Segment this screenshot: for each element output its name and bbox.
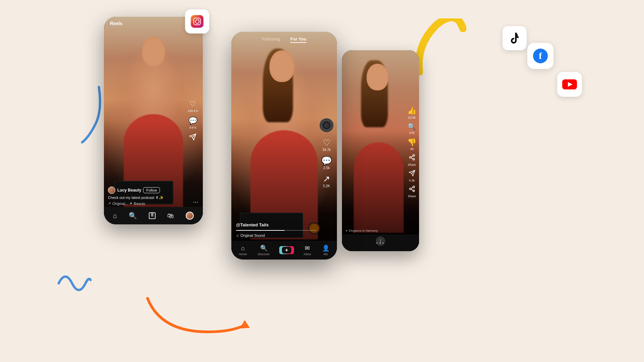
facebook-logo-icon: f [533, 49, 548, 63]
tt3-dislike-icon[interactable]: 👎 [407, 138, 416, 147]
svg-point-12 [409, 188, 411, 190]
tt3-share-icon[interactable] [409, 154, 415, 162]
tt-nav-home[interactable]: ⌂ Home [239, 245, 247, 256]
orange-arrow-decoration [141, 292, 255, 339]
tt3-like-icon[interactable]: 👍 [407, 106, 416, 115]
svg-point-4 [413, 155, 414, 156]
tt-share-icon[interactable]: ↗ [323, 174, 330, 184]
tt-add-button[interactable]: + [281, 246, 293, 254]
instagram-phone: Reels ♡ 120.4 K 💬 9.6 K Lucy Beauty Foll… [104, 17, 203, 224]
tt3-share2-icon[interactable] [409, 186, 415, 194]
tt3-share-label: Share [408, 163, 416, 166]
tt-home-icon: ⌂ [241, 245, 245, 252]
ig-more-button[interactable]: ··· [193, 199, 198, 206]
ig-video-info: Lucy Beauty Follow Check out my latest p… [108, 187, 186, 206]
instagram-logo-icon [191, 15, 203, 28]
tt-comment-icon[interactable]: 💬 [321, 156, 332, 166]
ig-comment-icon[interactable]: 💬 [188, 117, 197, 125]
tt-header-tabs: Following For You [231, 37, 337, 43]
ig-tag-dot: ✦ [129, 201, 132, 206]
tt-inbox-icon: ✉ [305, 244, 310, 252]
instagram-platform-icon [185, 9, 209, 33]
tt-inbox-label: Inbox [304, 252, 311, 256]
ig-reels-header: Reels [110, 21, 122, 26]
tt-progress-fill [236, 230, 285, 231]
ig-tag1: Original... [112, 202, 128, 206]
tiktok-center-phone: Following For You ♡ 34.7k 💬 2.5k ↗ 5.2K … [231, 32, 337, 260]
tiktok-logo-icon [509, 32, 521, 44]
tt-video-info: @Talented Tails ♫ Original Sound [236, 222, 317, 237]
svg-line-14 [411, 189, 413, 190]
ig-share-icon[interactable] [189, 133, 196, 143]
ig-nav-reels-icon[interactable] [149, 212, 156, 219]
tt3-send-count: 5.3k [409, 179, 415, 182]
ig-tags: ↗ Original... ✦ Beauty [108, 201, 186, 206]
youtube-logo-icon [562, 79, 577, 89]
tt-progress-bar [236, 230, 317, 231]
tt3-comment-count: 678 [409, 131, 414, 135]
tt-nav-me[interactable]: 👤 Me [322, 244, 330, 256]
tt-me-label: Me [324, 252, 328, 256]
tt-bottom-nav: ⌂ Home 🔍 Discover + ✉ Inbox 👤 Me [231, 241, 337, 260]
tiktok-right-phone: 👍 10.5K 🔍 678 👎 48 Share 5.3k [342, 50, 419, 251]
tt-sound-row: ♫ Original Sound [236, 233, 317, 237]
svg-line-8 [411, 156, 413, 157]
blue-squiggle-decoration [55, 267, 92, 297]
tt-nav-inbox[interactable]: ✉ Inbox [304, 244, 311, 256]
svg-line-15 [411, 187, 413, 188]
ig-actions-panel: ♡ 120.4 K 💬 9.6 K [188, 100, 198, 143]
tt-like-count: 34.7k [323, 148, 331, 152]
ig-nav-home-icon[interactable]: ⌂ [113, 212, 117, 220]
tt3-bottom-info: ✦ Elegance In Harmony [345, 229, 416, 232]
facebook-platform-icon: f [527, 43, 553, 69]
ig-username: Lucy Beauty [117, 188, 141, 193]
tt-vinyl-disc [319, 118, 334, 132]
tt-share-count: 5.2K [323, 184, 330, 188]
svg-point-13 [413, 190, 414, 192]
tt3-watermark: ✦ Elegance In Harmony [345, 229, 378, 232]
svg-point-11 [413, 186, 414, 188]
tt3-like-count: 10.5K [408, 116, 416, 119]
tt-tab-following[interactable]: Following [262, 37, 280, 43]
ig-tag2: Beauty [134, 202, 145, 206]
tt-right-actions: ♡ 34.7k 💬 2.5k ↗ 5.2K [319, 118, 334, 191]
ig-user-row: Lucy Beauty Follow [108, 187, 186, 194]
tt3-send-icon[interactable] [409, 170, 415, 178]
youtube-platform-icon [557, 72, 582, 97]
svg-line-7 [411, 158, 413, 159]
tt3-more-button[interactable]: ⋮ [376, 236, 385, 246]
svg-point-5 [409, 157, 411, 158]
ig-tag-arrow: ↗ [108, 201, 111, 206]
tt-note-icon: ♫ [236, 233, 239, 237]
ig-caption: Check out my latest podcast 🎙✨ [108, 196, 186, 200]
tt-home-label: Home [239, 252, 247, 256]
tt-discover-icon: 🔍 [260, 244, 268, 252]
tt-like-icon[interactable]: ♡ [323, 138, 331, 148]
blue-hook-decoration [75, 84, 106, 147]
ig-nav-shop-icon[interactable]: 🛍 [167, 212, 174, 220]
tt-me-icon: 👤 [322, 244, 330, 252]
ig-nav-search-icon[interactable]: 🔍 [129, 212, 137, 220]
svg-point-6 [413, 158, 414, 160]
ig-bottom-nav: ⌂ 🔍 🛍 [104, 207, 203, 224]
ig-nav-profile-icon[interactable] [186, 212, 194, 220]
tt-handle: @Talented Tails [236, 222, 317, 227]
tt-nav-add[interactable]: + [281, 246, 293, 254]
tt-sound-label: Original Sound [240, 233, 265, 237]
tt-comment-count: 2.5k [324, 166, 330, 170]
tt3-share2-label: Share [408, 195, 416, 198]
ig-comment-count: 9.6 K [189, 126, 196, 129]
tiktok-platform-icon [503, 26, 527, 50]
ig-like-count: 120.4 K [188, 109, 198, 113]
tt-discover-label: Discover [258, 252, 270, 256]
tt3-actions: 👍 10.5K 🔍 678 👎 48 Share 5.3k [407, 106, 416, 198]
ig-user-avatar [108, 187, 115, 194]
tt-nav-discover[interactable]: 🔍 Discover [258, 244, 270, 256]
ig-like-icon[interactable]: ♡ [189, 100, 196, 108]
tt3-comment-icon[interactable]: 🔍 [408, 123, 416, 131]
tt-tab-foryou[interactable]: For You [290, 37, 306, 43]
svg-marker-0 [240, 320, 250, 329]
ig-follow-button[interactable]: Follow [143, 187, 160, 193]
tt3-dislike-count: 48 [410, 147, 413, 151]
